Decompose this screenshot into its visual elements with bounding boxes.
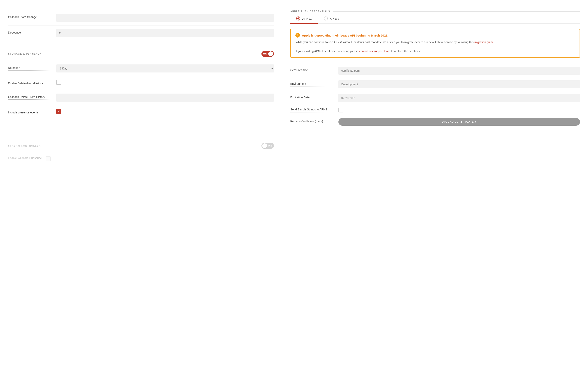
tab-apns2[interactable]: APNs2 [318,14,345,24]
warning-body1: While you can continue to use APNs1 with… [295,41,474,44]
storage-playback-toggle-track[interactable]: ON [261,51,274,57]
callback-state-change-row: Callback State Change [8,10,274,25]
environment-label: Environment [290,82,334,87]
enable-delete-from-history-label: Enable Delete-From-History [8,80,52,86]
left-panel: Callback State Change Debounce STORAGE &… [0,6,282,361]
storage-playback-toggle-label: ON [263,53,267,55]
debounce-label: Debounce [8,29,52,35]
warning-icon: ! [295,33,300,38]
right-panel: APPLE PUSH CREDENTIALS APNs1 APNs2 ! App… [282,6,588,361]
retention-row: Retention 1 Day 3 Days 7 Days 14 Days 30… [8,61,274,76]
warning-body2: If your existing APNs1 certificate is ex… [295,50,358,53]
enable-wildcard-subscribe-row: Enable Wildcard Subscribe [8,153,274,165]
tab-apns1-label: APNs1 [302,17,312,20]
stream-controller-toggle-label: OFF [268,145,273,147]
include-presence-events-row: Include presence events [8,105,274,119]
stream-controller-header: STREAM CONTROLLER OFF [8,143,274,149]
expiration-date-label: Expiration Date [290,96,334,100]
send-simple-strings-checkbox[interactable] [338,108,343,112]
debounce-row: Debounce [8,25,274,41]
warning-body3: to replace the certificate. [391,50,422,53]
callback-delete-from-history-row: Callback Delete-From-History [8,90,274,105]
storage-playback-header: STORAGE & PLAYBACK ON [8,51,274,57]
support-team-link[interactable]: contact our support team [359,50,390,53]
stream-controller-toggle[interactable]: OFF [261,143,274,149]
stream-controller-title: STREAM CONTROLLER [8,144,41,147]
stream-controller-toggle-track[interactable]: OFF [261,143,274,149]
cert-filename-row: Cert Filename [290,64,580,77]
retention-select[interactable]: 1 Day 3 Days 7 Days 14 Days 30 Days [56,65,274,73]
callback-delete-from-history-label: Callback Delete-From-History [8,93,52,100]
include-presence-events-checkbox[interactable] [56,109,61,114]
callback-state-change-input[interactable] [56,14,274,22]
expiration-date-input[interactable] [338,94,580,102]
expiration-date-row: Expiration Date [290,91,580,105]
tab-apns2-label: APNs2 [330,17,339,20]
replace-certificate-row: Replace Certificate (.pem) UPLOAD CERTIF… [290,115,580,128]
environment-row: Environment [290,77,580,91]
callback-delete-from-history-input[interactable] [56,93,274,102]
replace-certificate-label: Replace Certificate (.pem) [290,119,334,124]
apns-tabs: APNs1 APNs2 [290,14,580,24]
include-presence-events-label: Include presence events [8,109,52,115]
radio-apns2 [324,17,328,20]
cert-filename-label: Cert Filename [290,68,334,73]
environment-input[interactable] [338,80,580,88]
enable-delete-from-history-checkbox[interactable] [56,80,61,85]
warning-body: While you can continue to use APNs1 with… [295,40,575,53]
apple-push-credentials-title: APPLE PUSH CREDENTIALS [290,10,330,13]
cert-filename-input[interactable] [338,67,580,75]
enable-wildcard-subscribe-checkbox [46,156,51,161]
storage-playback-title: STORAGE & PLAYBACK [8,52,42,55]
storage-playback-toggle-knob [268,51,273,56]
send-simple-strings-row: Send Simple Strings to APNS [290,105,580,115]
apple-push-credentials-section: APPLE PUSH CREDENTIALS [290,10,580,13]
tab-apns1[interactable]: APNs1 [290,14,318,24]
spacer [8,129,274,141]
retention-label: Retention [8,65,52,71]
callback-state-change-label: Callback State Change [8,14,52,20]
stream-controller-toggle-knob [262,143,267,148]
enable-wildcard-subscribe-label: Enable Wildcard Subscribe [8,156,42,160]
apple-deprecation-warning: ! Apple is deprecating their legacy API … [290,29,580,58]
apple-push-credentials-divider [333,11,580,12]
storage-playback-toggle[interactable]: ON [261,51,274,57]
enable-delete-from-history-row: Enable Delete-From-History [8,76,274,90]
warning-title-row: ! Apple is deprecating their legacy API … [295,33,575,38]
radio-apns1 [296,17,300,20]
send-simple-strings-label: Send Simple Strings to APNS [290,108,334,112]
upload-certificate-label: UPLOAD CERTIFICATE + [442,120,477,123]
migration-guide-link[interactable]: migration guide. [475,41,494,44]
stream-controller-section: STREAM CONTROLLER OFF Enable Wildcard Su… [8,143,274,165]
debounce-input[interactable] [56,29,274,37]
upload-certificate-button[interactable]: UPLOAD CERTIFICATE + [338,118,580,126]
warning-title-text: Apple is deprecating their legacy API be… [302,34,388,37]
